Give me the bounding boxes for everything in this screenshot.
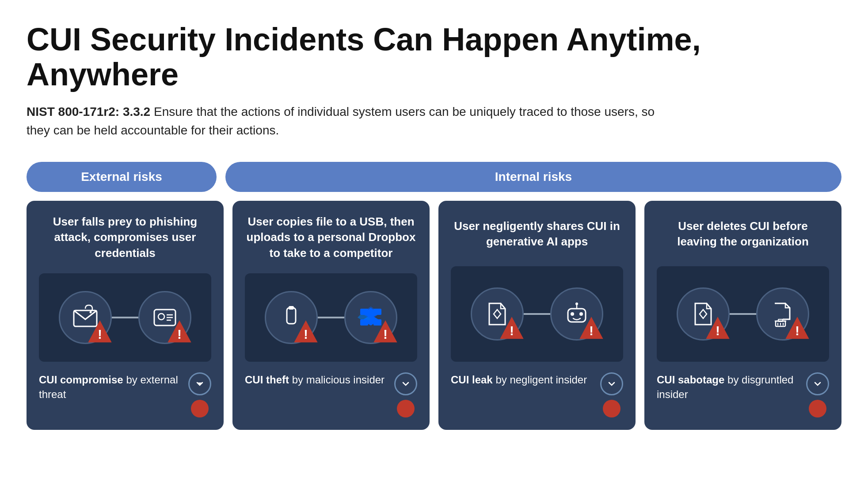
external-risk-header: External risks xyxy=(27,162,217,192)
connector-1 xyxy=(112,317,138,318)
email-warning-badge: ! xyxy=(87,319,113,345)
chevron-down-icon-3 xyxy=(606,379,617,389)
chevron-down-icon-4 xyxy=(812,379,823,389)
svg-text:!: ! xyxy=(98,327,102,341)
svg-rect-20 xyxy=(360,319,368,325)
card-ai: User negligently shares CUI in generativ… xyxy=(438,201,636,429)
svg-point-32 xyxy=(575,302,578,305)
email-icon-circle: ! xyxy=(59,291,112,344)
file-delete-circle: ! xyxy=(756,287,809,341)
nist-ref: NIST 800-171r2: 3.3.2 xyxy=(27,105,150,119)
card-ai-record-button[interactable] xyxy=(603,400,621,417)
card-usb-label: CUI theft by malicious insider xyxy=(245,372,394,387)
risk-headers: External risks Internal risks xyxy=(27,162,841,192)
dropbox-icon-circle: ! xyxy=(344,291,397,344)
svg-text:!: ! xyxy=(589,323,594,338)
card-usb-actions xyxy=(394,372,417,417)
card-delete-expand-button[interactable] xyxy=(806,372,829,395)
svg-rect-12 xyxy=(289,306,294,310)
idcard-warning-badge: ! xyxy=(166,319,193,345)
internal-risk-header: Internal risks xyxy=(225,162,841,192)
usb-warning-badge: ! xyxy=(293,319,319,345)
internal-risk-label: Internal risks xyxy=(225,162,841,192)
card-ai-footer: CUI leak by negligent insider xyxy=(451,372,623,417)
svg-point-1 xyxy=(90,311,92,313)
card-delete-footer: CUI sabotage by disgruntled insider xyxy=(657,372,829,417)
icon-flow-1: ! xyxy=(59,291,191,344)
file-delete-warning-badge: ! xyxy=(784,315,811,342)
card-delete: User deletes CUI before leaving the orga… xyxy=(644,201,841,429)
card-delete-illustration: ! xyxy=(657,266,829,361)
card-usb-title: User copies file to a USB, then uploads … xyxy=(245,214,417,260)
external-risk-label: External risks xyxy=(27,162,217,192)
ai-robot-circle: ! xyxy=(550,287,603,341)
card-phishing-expand-button[interactable] xyxy=(188,372,211,395)
card-phishing-actions xyxy=(188,372,211,417)
icon-flow-3: ! xyxy=(471,287,603,341)
card-phishing: User falls prey to phishing attack, comp… xyxy=(27,201,224,429)
file-diamond2-warning-badge: ! xyxy=(704,315,731,342)
ai-robot-warning-badge: ! xyxy=(578,315,605,342)
card-delete-actions xyxy=(806,372,829,417)
connector-3 xyxy=(524,313,550,315)
svg-text:!: ! xyxy=(795,323,799,338)
card-usb-record-button[interactable] xyxy=(397,400,415,417)
svg-rect-40 xyxy=(778,319,783,322)
card-usb-illustration: ! xyxy=(245,273,417,362)
cards-row: User falls prey to phishing attack, comp… xyxy=(27,201,841,429)
svg-point-5 xyxy=(158,314,164,320)
connector-4 xyxy=(730,313,756,315)
card-delete-record-button[interactable] xyxy=(809,400,826,417)
card-usb-footer: CUI theft by malicious insider xyxy=(245,372,417,417)
connector-2 xyxy=(318,317,344,318)
card-ai-illustration: ! xyxy=(451,266,623,361)
dropbox-warning-badge: ! xyxy=(372,319,399,345)
svg-point-29 xyxy=(571,312,574,316)
card-phishing-illustration: ! xyxy=(39,273,211,362)
page-title: CUI Security Incidents Can Happen Anytim… xyxy=(27,22,841,92)
svg-text:!: ! xyxy=(383,327,388,341)
svg-text:!: ! xyxy=(510,323,514,338)
icon-flow-4: ! xyxy=(677,287,809,341)
card-phishing-label: CUI compromise by external threat xyxy=(39,372,188,402)
file-diamond2-circle: ! xyxy=(677,287,730,341)
chevron-down-icon-2 xyxy=(400,379,411,389)
chevron-down-icon xyxy=(194,379,205,389)
card-phishing-record-button[interactable] xyxy=(191,400,209,417)
card-phishing-footer: CUI compromise by external threat xyxy=(39,372,211,417)
card-delete-title: User deletes CUI before leaving the orga… xyxy=(657,214,829,254)
file-diamond-circle: ! xyxy=(471,287,524,341)
svg-text:!: ! xyxy=(177,327,182,341)
card-ai-label: CUI leak by negligent insider xyxy=(451,372,600,387)
card-ai-actions xyxy=(600,372,623,417)
card-phishing-title: User falls prey to phishing attack, comp… xyxy=(39,214,211,260)
risks-section: External risks Internal risks User falls… xyxy=(27,162,841,429)
usb-icon-circle: ! xyxy=(265,291,318,344)
card-ai-expand-button[interactable] xyxy=(600,372,623,395)
icon-flow-2: ! xyxy=(265,291,397,344)
card-usb-expand-button[interactable] xyxy=(394,372,417,395)
card-delete-label: CUI sabotage by disgruntled insider xyxy=(657,372,806,402)
svg-text:!: ! xyxy=(304,327,308,341)
subtitle: NIST 800-171r2: 3.3.2 Ensure that the ac… xyxy=(27,103,667,140)
card-usb: User copies file to a USB, then uploads … xyxy=(232,201,430,429)
idcard-icon-circle: ! xyxy=(138,291,191,344)
svg-text:!: ! xyxy=(716,323,720,338)
file-diamond-warning-badge: ! xyxy=(499,315,525,342)
card-ai-title: User negligently shares CUI in generativ… xyxy=(451,214,623,254)
